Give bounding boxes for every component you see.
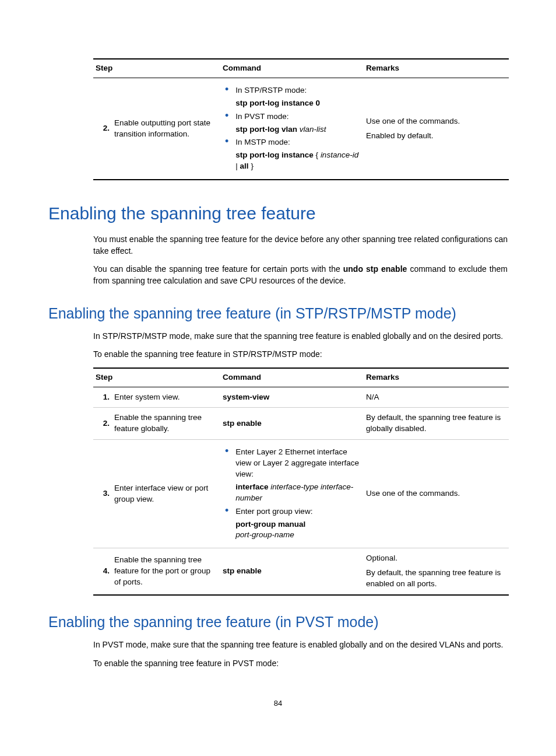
cmd-bold: interface [235, 482, 268, 491]
list-item: • Enter port group view: port-group manu… [223, 506, 361, 541]
bullet-intro: Enter Layer 2 Ethernet interface view or… [235, 447, 361, 480]
remarks-cell: By default, the spanning tree feature is… [364, 408, 509, 440]
remarks-cell: Optional. By default, the spanning tree … [364, 548, 509, 595]
paragraph: To enable the spanning tree feature in S… [93, 349, 508, 360]
bullet-intro: Enter port group view: [235, 506, 361, 517]
step-text: Enable the spanning tree feature for the… [112, 548, 220, 595]
bullet-icon: • [225, 506, 228, 514]
cmd-bold: stp port-log instance [235, 150, 314, 159]
list-item: • In STP/RSTP mode: stp port-log instanc… [223, 85, 361, 109]
step-text: Enable the spanning tree feature globall… [112, 408, 220, 440]
th-command: Command [220, 59, 364, 78]
bullet-icon: • [225, 447, 228, 455]
bullet-intro: In MSTP mode: [235, 137, 361, 148]
step-number: 2. [93, 408, 112, 440]
port-state-log-table: Step Command Remarks 2. Enable outputtin… [93, 58, 509, 180]
heading-enable-stp-mstp: Enabling the spanning tree feature (in S… [48, 303, 508, 324]
cmd-bold: all [240, 162, 249, 170]
brace: { [316, 150, 319, 159]
table-row: 3. Enter interface view or port group vi… [93, 440, 509, 548]
paragraph: You must enable the spanning tree featur… [93, 234, 508, 257]
text: You can disable the spanning tree featur… [93, 264, 343, 274]
bullet-intro: In STP/RSTP mode: [235, 85, 361, 96]
step-number: 3. [93, 440, 112, 548]
th-step: Step [93, 59, 220, 78]
paragraph: In STP/RSTP/MSTP mode, make sure that th… [93, 331, 508, 342]
command-cell: • Enter Layer 2 Ethernet interface view … [220, 440, 364, 548]
remarks-line: Use one of the commands. [366, 116, 506, 127]
command-cell: system-view [220, 387, 364, 408]
cmd-bold: stp port-log vlan [235, 125, 297, 134]
table-row: 1. Enter system view. system-view N/A [93, 387, 509, 408]
step-text: Enter interface view or port group view. [112, 440, 220, 548]
table-row: 2. Enable the spanning tree feature glob… [93, 408, 509, 440]
brace: } [251, 162, 254, 170]
pipe: | [235, 162, 238, 170]
heading-enable-stp: Enabling the spanning tree feature [48, 201, 508, 226]
th-step: Step [93, 368, 220, 387]
list-item: • Enter Layer 2 Ethernet interface view … [223, 447, 361, 503]
th-remarks: Remarks [364, 368, 509, 387]
bullet-icon: • [225, 85, 228, 93]
cmd-inline: undo stp enable [343, 264, 407, 274]
remarks-line: By default, the spanning tree feature is… [366, 568, 506, 590]
remarks-cell: Use one of the commands. [364, 440, 509, 548]
cmd-arg: instance-id [321, 150, 358, 159]
th-command: Command [220, 368, 364, 387]
cmd-arg: vlan-list [300, 125, 326, 134]
remarks-line: Enabled by default. [366, 131, 506, 142]
cmd-arg: port-group-name [235, 530, 361, 541]
table-row: 4. Enable the spanning tree feature for … [93, 548, 509, 595]
step-text: Enter system view. [112, 387, 220, 408]
bullet-icon: • [225, 111, 228, 120]
paragraph: To enable the spanning tree feature in P… [93, 658, 508, 670]
page-number: 84 [48, 698, 508, 709]
step-number: 4. [93, 548, 112, 595]
bullet-icon: • [225, 137, 228, 145]
step-text: Enable outputting port state transition … [112, 78, 220, 180]
step-number: 1. [93, 387, 112, 408]
remarks-line: Optional. [366, 553, 506, 564]
command-cell: • In STP/RSTP mode: stp port-log instanc… [220, 78, 364, 180]
command-cell: stp enable [220, 548, 364, 595]
list-item: • In PVST mode: stp port-log vlan vlan-l… [223, 111, 361, 135]
cmd-bold: stp port-log instance 0 [235, 99, 320, 107]
paragraph: In PVST mode, make sure that the spannin… [93, 639, 508, 651]
table-row: 2. Enable outputting port state transiti… [93, 78, 509, 180]
th-remarks: Remarks [364, 59, 509, 78]
step-number: 2. [93, 78, 112, 180]
stp-mstp-steps-table: Step Command Remarks 1. Enter system vie… [93, 368, 509, 596]
command-cell: stp enable [220, 408, 364, 440]
remarks-cell: Use one of the commands. Enabled by defa… [364, 78, 509, 180]
heading-enable-stp-pvst: Enabling the spanning tree feature (in P… [48, 612, 508, 632]
remarks-cell: N/A [364, 387, 509, 408]
bullet-intro: In PVST mode: [235, 111, 361, 123]
paragraph: You can disable the spanning tree featur… [93, 264, 508, 286]
list-item: • In MSTP mode: stp port-log instance { … [223, 137, 361, 172]
cmd-bold: port-group manual [235, 520, 305, 528]
